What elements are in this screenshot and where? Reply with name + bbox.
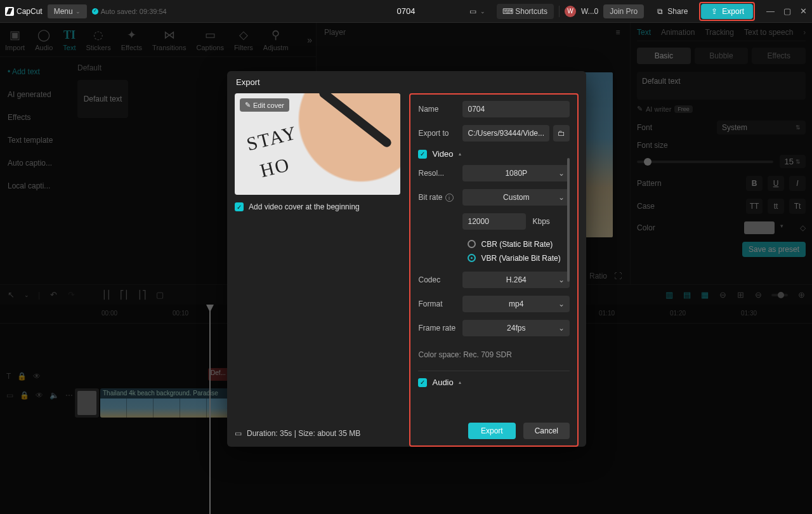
keyboard-icon: ⌨	[503, 7, 512, 16]
aspect-icon: ▭	[468, 7, 477, 16]
collapse-icon: ▴	[459, 379, 461, 385]
bitrate-label: Bit ratei	[418, 193, 462, 202]
logo-icon	[5, 7, 14, 16]
framerate-label: Frame rate	[418, 324, 462, 333]
share-button[interactable]: ⧉Share	[649, 4, 694, 19]
chevron-down-icon: ⌄	[75, 8, 81, 15]
export-button[interactable]: ⇪Export	[701, 4, 753, 19]
kbps-label: Kbps	[532, 217, 549, 226]
duration-size: ▭ Duration: 35s | Size: about 35 MB	[235, 421, 400, 447]
name-label: Name	[418, 105, 462, 114]
pencil-icon: ✎	[245, 101, 251, 109]
export-highlight: ⇪Export	[699, 2, 755, 21]
info-icon[interactable]: i	[445, 194, 454, 202]
add-cover-checkbox[interactable]: ✓ Add video cover at the beginning	[235, 202, 400, 211]
resolution-label: Resol...	[418, 169, 462, 178]
avatar[interactable]: W	[565, 6, 576, 17]
minimize-icon[interactable]: —	[766, 6, 775, 16]
film-icon: ▭	[235, 429, 242, 438]
checkbox-icon: ✓	[418, 150, 427, 159]
codec-label: Codec	[418, 275, 462, 284]
menu-button[interactable]: Menu⌄	[48, 4, 87, 18]
audio-section[interactable]: ✓ Audio ▴	[418, 378, 570, 387]
export-icon: ⇪	[710, 7, 719, 16]
collapse-icon: ▴	[459, 151, 461, 157]
user-name: W...0	[581, 7, 598, 16]
cancel-button[interactable]: Cancel	[523, 423, 570, 439]
exportto-label: Export to	[418, 129, 462, 138]
dialog-title: Export	[227, 71, 586, 93]
autosave-status: Auto saved: 09:39:54	[92, 8, 167, 15]
export-confirm-button[interactable]: Export	[468, 423, 516, 439]
framerate-select[interactable]: 24fps	[462, 320, 570, 336]
cover-preview: STAY HO ✎Edit cover	[235, 93, 400, 195]
edit-cover-button[interactable]: ✎Edit cover	[240, 98, 289, 112]
name-input[interactable]: 0704	[462, 101, 570, 117]
checkbox-icon: ✓	[418, 378, 427, 387]
folder-icon[interactable]: 🗀	[553, 125, 570, 142]
maximize-icon[interactable]: ▢	[783, 6, 791, 16]
app-logo: CapCut	[5, 7, 43, 16]
cbr-radio[interactable]: CBR (Static Bit Rate)	[418, 237, 570, 251]
format-select[interactable]: mp4	[462, 296, 570, 312]
video-section[interactable]: ✓ Video ▴	[418, 149, 570, 159]
window-controls: — ▢ ✕	[766, 6, 807, 16]
bitrate-input[interactable]: 12000	[462, 213, 526, 230]
join-pro-button[interactable]: Join Pro	[603, 4, 644, 18]
titlebar: CapCut Menu⌄ Auto saved: 09:39:54 0704 ▭…	[0, 0, 812, 23]
share-icon: ⧉	[655, 7, 664, 16]
codec-select[interactable]: H.264	[462, 272, 570, 288]
bitrate-select[interactable]: Custom	[462, 189, 570, 206]
project-title: 0704	[397, 6, 416, 16]
checkbox-icon: ✓	[235, 202, 244, 211]
format-label: Format	[418, 300, 462, 308]
brand-name: CapCut	[16, 7, 43, 16]
close-icon[interactable]: ✕	[800, 6, 807, 16]
export-settings-highlight: Name 0704 Export to C:/Users/93444/Vide.…	[409, 93, 579, 447]
resolution-select[interactable]: 1080P	[462, 165, 570, 181]
export-dialog: Export STAY HO ✎Edit cover ✓ Add video c…	[227, 71, 586, 447]
titlebar-right: ▭⌄ ⌨Shortcuts W W...0 Join Pro ⧉Share ⇪E…	[462, 2, 807, 21]
shortcuts-button[interactable]: ⌨Shortcuts	[497, 4, 554, 19]
exportto-input[interactable]: C:/Users/93444/Vide...	[462, 125, 549, 142]
aspect-button[interactable]: ▭⌄	[462, 4, 492, 19]
colorspace-note: Color space: Rec. 709 SDR	[418, 344, 570, 368]
vbr-radio[interactable]: VBR (Variable Bit Rate)	[418, 251, 570, 265]
check-icon	[92, 8, 98, 15]
